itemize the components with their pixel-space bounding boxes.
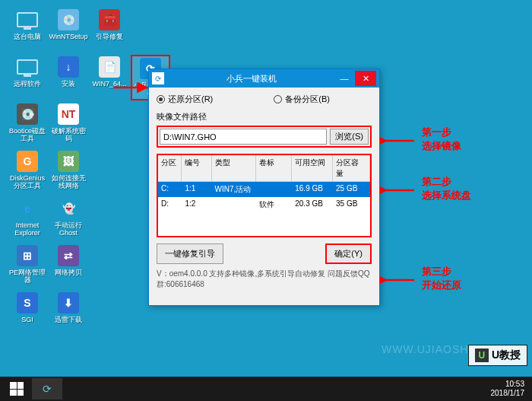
start-button[interactable]	[3, 378, 30, 399]
col-label: 卷标	[256, 155, 292, 181]
system-tray[interactable]: 10:53 2018/1/17	[491, 380, 530, 398]
desktop-icon-xunlei[interactable]: ⬇迅雷下载	[49, 291, 88, 336]
restore-radio-label: 还原分区(R)	[168, 94, 213, 105]
desktop-icon-sgi[interactable]: SSGI	[8, 291, 47, 336]
arrow-to-window	[112, 80, 154, 95]
windows-logo-icon	[10, 382, 24, 396]
cell: C:	[158, 182, 182, 197]
step3-sub: 开始还原	[422, 278, 461, 292]
cell: 16.9 GB	[292, 182, 333, 197]
cell: 软件	[256, 197, 292, 212]
desktop-icon-ie[interactable]: eInternet Explorer	[8, 196, 47, 242]
boot-repair-label: 引导修复	[96, 33, 123, 41]
remote-soft-icon	[15, 55, 40, 79]
arrow-step2	[380, 183, 418, 198]
step2-sub: 选择系统盘	[422, 189, 471, 202]
desktop-icon-pe-net-mgr[interactable]: ⊞PE网络管理器	[8, 243, 47, 289]
this-pc-label: 这台电脑	[14, 33, 41, 41]
desktop-icon-this-pc[interactable]: 这台电脑	[8, 8, 47, 53]
cell: WIN7,活动	[212, 182, 257, 197]
install-icon: ↓	[56, 55, 81, 79]
app-icon: ⟳	[152, 72, 164, 84]
cell: 35 GB	[333, 197, 370, 212]
diskgenius-icon: G	[15, 149, 40, 173]
manual-ghost-label: 手动运行Ghost	[49, 222, 88, 237]
cell	[256, 182, 292, 197]
this-pc-icon	[15, 8, 40, 32]
col-partition: 分区	[158, 155, 182, 181]
pe-net-mgr-label: PE网络管理器	[8, 269, 47, 285]
bootice-disk-label: Bootice磁盘工具	[8, 128, 47, 143]
desktop-icon-wifi-connect[interactable]: 🖼如何连接无线网络	[49, 149, 88, 195]
backup-radio-label: 备份分区(B)	[285, 94, 330, 105]
table-row[interactable]: C:1:1WIN7,活动16.9 GB25 GB	[158, 182, 370, 197]
path-row-highlight: 浏览(S)	[157, 126, 372, 148]
install-label: 安装	[62, 81, 75, 88]
xunlei-label: 迅雷下载	[55, 317, 82, 324]
wifi-connect-label: 如何连接无线网络	[49, 175, 88, 190]
taskbar: ⟳ 10:53 2018/1/17	[0, 377, 532, 401]
step1-sub: 选择镜像	[422, 139, 461, 153]
desktop-icon-diskgenius[interactable]: GDiskGenius分区工具	[8, 149, 47, 195]
cell: D:	[158, 197, 182, 212]
net-clone-icon: ⇄	[56, 243, 81, 268]
col-index: 编号	[182, 155, 211, 181]
taskbar-app[interactable]: ⟳	[32, 378, 62, 399]
step1-title: 第一步	[422, 126, 461, 139]
cell: 25 GB	[333, 182, 370, 197]
desktop-icons: 这台电脑💿WinNTSetup🧰引导修复远程软件↓安装📄WIN7_64...⟳小…	[8, 8, 172, 338]
step1-annotation: 第一步 选择镜像	[422, 126, 461, 153]
arrow-step1	[380, 133, 418, 148]
desktop-icon-crack-pwd[interactable]: NT破解系统密码	[49, 102, 88, 148]
step3-title: 第三步	[422, 265, 461, 278]
image-path-input[interactable]	[160, 129, 327, 145]
status-text: V：oem4.0.0.0 支持多种镜像,多系统引导自动修复 问题反馈QQ群:60…	[157, 269, 372, 290]
restore-radio[interactable]: 还原分区(R)	[157, 94, 213, 105]
cell: 20.3 GB	[292, 197, 333, 212]
desktop-icon-winntsetup[interactable]: 💿WinNTSetup	[49, 8, 88, 53]
backup-radio[interactable]: 备份分区(B)	[274, 94, 330, 105]
boot-repair-icon: 🧰	[97, 8, 122, 32]
cell	[212, 197, 257, 212]
minimize-button[interactable]: —	[334, 71, 355, 86]
wifi-connect-icon: 🖼	[56, 149, 81, 173]
logo-badge: U U教授	[468, 345, 527, 366]
winntsetup-icon: 💿	[56, 8, 81, 32]
desktop-icon-net-clone[interactable]: ⇄网络拷贝	[49, 243, 88, 289]
xunlei-icon: ⬇	[56, 291, 81, 315]
ie-label: Internet Explorer	[8, 222, 47, 237]
manual-ghost-icon: 👻	[56, 196, 81, 221]
bootice-disk-icon: 💽	[15, 102, 40, 126]
titlebar: ⟳ 小兵一键装机 — ✕	[149, 69, 379, 88]
ie-icon: e	[15, 196, 40, 221]
desktop-icon-boot-repair[interactable]: 🧰引导修复	[90, 8, 129, 53]
tray-time: 10:53	[491, 380, 525, 389]
partition-table-highlight: 分区 编号 类型 卷标 可用空间 分区容量 C:1:1WIN7,活动16.9 G…	[157, 154, 372, 237]
desktop-icon-remote-soft[interactable]: 远程软件	[8, 55, 47, 100]
pe-net-mgr-icon: ⊞	[15, 243, 40, 268]
confirm-button[interactable]: 确定(Y)	[325, 243, 372, 264]
sgi-label: SGI	[21, 317, 33, 324]
window-title: 小兵一键装机	[169, 73, 334, 84]
table-header: 分区 编号 类型 卷标 可用空间 分区容量	[158, 155, 370, 182]
crack-pwd-icon: NT	[56, 102, 81, 126]
repair-boot-button[interactable]: 一键修复引导	[157, 243, 223, 264]
sgi-icon: S	[15, 291, 40, 315]
winntsetup-label: WinNTSetup	[49, 33, 87, 41]
desktop-icon-manual-ghost[interactable]: 👻手动运行Ghost	[49, 196, 88, 242]
arrow-step3	[380, 272, 418, 288]
logo-text: U教授	[492, 348, 521, 362]
close-button[interactable]: ✕	[355, 71, 376, 86]
crack-pwd-label: 破解系统密码	[49, 128, 88, 143]
remote-soft-label: 远程软件	[14, 81, 41, 88]
desktop-icon-install[interactable]: ↓安装	[49, 55, 88, 100]
diskgenius-label: DiskGenius分区工具	[8, 175, 47, 190]
col-free: 可用空间	[292, 155, 333, 181]
desktop-icon-bootice-disk[interactable]: 💽Bootice磁盘工具	[8, 102, 47, 148]
browse-button[interactable]: 浏览(S)	[330, 129, 369, 145]
step2-annotation: 第二步 选择系统盘	[422, 175, 471, 202]
col-type: 类型	[212, 155, 257, 181]
cell: 1:1	[182, 182, 211, 197]
installer-window: ⟳ 小兵一键装机 — ✕ 还原分区(R) 备份分区(B) 映像文件路径 浏览(S…	[148, 68, 380, 306]
table-row[interactable]: D:1:2软件20.3 GB35 GB	[158, 197, 370, 212]
